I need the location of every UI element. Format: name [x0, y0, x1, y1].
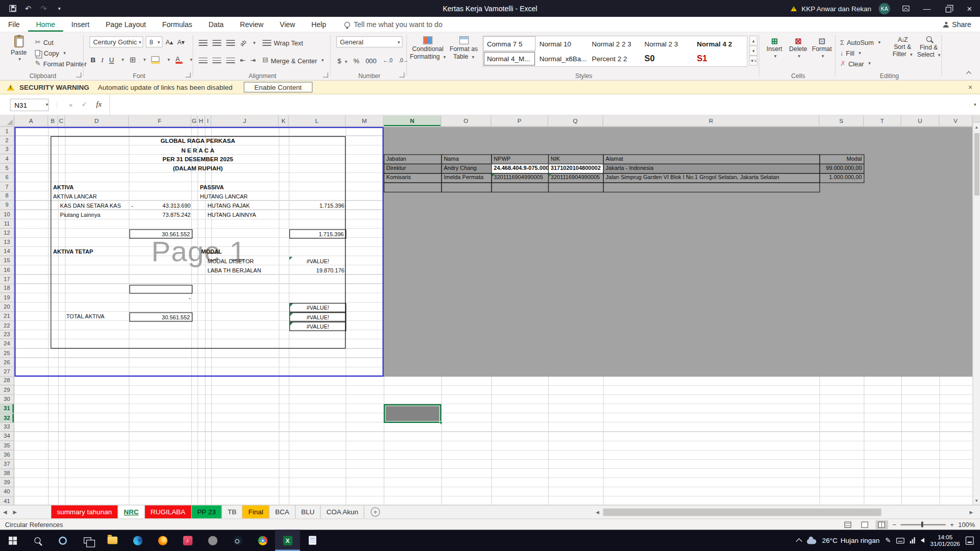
page-layout-view-button[interactable] [859, 520, 871, 529]
sort-filter-button[interactable]: A↓Z Sort & Filter ▾ [889, 36, 916, 58]
orientation-icon[interactable]: ab [239, 38, 248, 47]
cell-value[interactable]: 73.875.242 [129, 211, 192, 220]
font-size-dropdown-icon[interactable]: ▾ [158, 39, 160, 45]
horizontal-scrollbar[interactable]: ◀ ▶ [594, 507, 975, 516]
column-header-K[interactable]: K [279, 116, 289, 127]
row-header-21[interactable]: 21 [0, 312, 14, 321]
row-header-5[interactable]: 5 [0, 164, 14, 173]
expand-formula-bar-icon[interactable]: ▾ [974, 102, 976, 108]
table-cell[interactable] [548, 182, 604, 192]
fill-handle[interactable] [439, 421, 443, 424]
row-header-18[interactable]: 18 [0, 284, 14, 293]
row-header-13[interactable]: 13 [0, 238, 14, 247]
increase-indent-icon[interactable]: ⇥ [250, 57, 255, 63]
column-header-V[interactable]: V [939, 116, 972, 127]
sheet-tab-tb[interactable]: TB [222, 506, 242, 519]
keyboard-icon[interactable] [896, 538, 904, 543]
row-header-19[interactable]: 19 [0, 293, 14, 303]
row-header-24[interactable]: 24 [0, 339, 14, 348]
gallery-more-icon[interactable]: ▼≡ [749, 56, 757, 66]
cell-value[interactable]: 43.313.690 [129, 202, 192, 211]
row-header-8[interactable]: 8 [0, 191, 14, 201]
cell-value[interactable]: 19.870.176 [289, 266, 346, 276]
excel-taskbar-button[interactable]: X [275, 530, 300, 551]
copy-button[interactable]: Copy▾ [35, 47, 66, 58]
ribbon-tab-page-layout[interactable]: Page Layout [97, 17, 154, 32]
cell-value[interactable]: #VALUE! [289, 321, 346, 331]
gimp-button[interactable] [200, 530, 225, 551]
paste-dropdown-icon[interactable]: ▾ [18, 56, 21, 62]
clipboard-dialog-launcher[interactable] [76, 72, 81, 78]
cell-value[interactable]: 1.715.396 [289, 229, 346, 238]
cell-label[interactable]: AKTIVA TETAP [53, 247, 93, 257]
horizontal-scroll-track[interactable] [601, 508, 968, 516]
borders-icon[interactable]: ⊞ [130, 55, 136, 64]
ribbon-tab-view[interactable]: View [272, 17, 303, 32]
name-box[interactable]: N31 ▾ [10, 98, 49, 111]
column-header-I[interactable]: I [205, 116, 211, 127]
row-header-40[interactable]: 40 [0, 487, 14, 496]
ribbon-tab-formulas[interactable]: Formulas [154, 17, 201, 32]
row-header-2[interactable]: 2 [0, 136, 14, 145]
avatar[interactable]: KA [879, 3, 890, 14]
column-header-Q[interactable]: Q [548, 116, 603, 127]
column-header-G[interactable]: G [191, 116, 198, 127]
sheet-nav-left-icon[interactable]: ◀ [0, 509, 10, 515]
wrap-text-button[interactable]: Wrap Text [262, 37, 303, 48]
row-header-20[interactable]: 20 [0, 303, 14, 312]
redo-button[interactable]: ↷ [37, 0, 51, 17]
row-header-29[interactable]: 29 [0, 386, 14, 395]
page-break-view-button[interactable] [875, 520, 888, 529]
ribbon-display-options-button[interactable] [895, 0, 916, 17]
vertical-scrollbar[interactable]: ▲ ▼ [972, 116, 980, 505]
table-cell[interactable]: 3201116904990005 [548, 173, 604, 183]
clock[interactable]: 14:05 31/01/2026 [930, 534, 960, 547]
cell-style-normal-4-2[interactable]: Normal 4 2 [693, 36, 746, 51]
row-header-1[interactable]: 1 [0, 127, 14, 136]
cell-label[interactable]: HUTANG LAINNYA [208, 211, 256, 220]
row-header-38[interactable]: 38 [0, 469, 14, 478]
column-header-N[interactable]: N [384, 116, 442, 127]
font-name-dropdown-icon[interactable]: ▾ [139, 39, 141, 45]
table-cell[interactable]: NPWP [491, 155, 549, 164]
zoom-in-icon[interactable]: + [950, 521, 954, 529]
minimize-button[interactable]: — [916, 0, 938, 17]
delete-cells-button[interactable]: ⊠ Delete ▾ [788, 36, 809, 58]
section-aktiva[interactable]: AKTIVA [53, 183, 74, 192]
table-cell[interactable]: Modal [819, 155, 864, 164]
cell-value[interactable]: 30.561.552 [129, 229, 192, 238]
account-info[interactable]: KKP Anwar dan Rekan [790, 5, 871, 12]
section-passiva[interactable]: PASSIVA [200, 183, 224, 192]
gallery-up-icon[interactable]: ▲ [749, 36, 757, 46]
clear-button[interactable]: ✗Clear▾ [840, 58, 871, 69]
sheet-tab-pp-23[interactable]: PP 23 [191, 506, 222, 519]
decrease-indent-icon[interactable]: ⇤ [240, 57, 245, 63]
save-button[interactable] [6, 0, 19, 17]
row-header-28[interactable]: 28 [0, 377, 14, 386]
insert-function-icon[interactable]: fx [96, 100, 102, 109]
align-top-icon[interactable] [199, 40, 207, 46]
cell-label[interactable]: TOTAL AKTIVA [66, 312, 105, 321]
table-cell[interactable] [384, 182, 442, 192]
sheet-grid[interactable]: Page 1 GLOBAL RAGA PERKASAN E R A C APER… [14, 127, 972, 505]
firefox-button[interactable] [150, 530, 175, 551]
column-header-O[interactable]: O [441, 116, 491, 127]
table-cell[interactable]: 3201116904990005 [491, 173, 549, 183]
close-security-bar-icon[interactable]: × [968, 83, 973, 91]
cell-label[interactable]: MODAL DISETOR [208, 257, 254, 266]
table-cell[interactable]: Direktur [384, 164, 442, 173]
pen-icon[interactable]: ✎ [885, 536, 891, 544]
column-header-D[interactable]: D [65, 116, 129, 127]
paste-button[interactable]: Paste ▾ [6, 36, 31, 62]
cell-value[interactable]: 30.561.552 [129, 312, 192, 321]
cell-style-normal-4-m-[interactable]: Normal 4_M... [483, 51, 536, 66]
horizontal-scroll-thumb[interactable] [603, 508, 881, 516]
row-header-11[interactable]: 11 [0, 219, 14, 229]
column-header-C[interactable]: C [58, 116, 65, 127]
table-cell[interactable]: Jabatan [384, 155, 442, 164]
borders-dropdown-icon[interactable]: ▾ [143, 57, 146, 62]
row-header-15[interactable]: 15 [0, 256, 14, 265]
accounting-format-icon[interactable]: $ ▾ [337, 57, 347, 64]
row-header-17[interactable]: 17 [0, 275, 14, 284]
table-cell[interactable]: Alamat [603, 155, 820, 164]
